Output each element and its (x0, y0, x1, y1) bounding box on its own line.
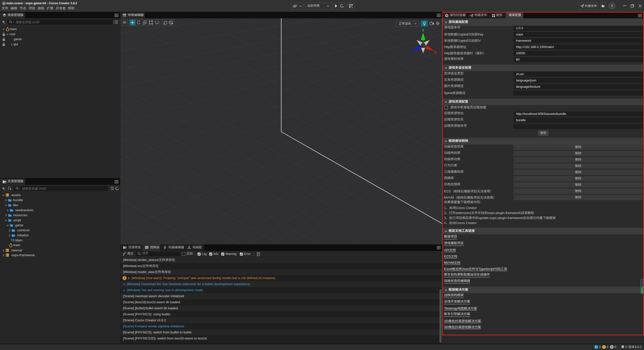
svg-text:X: X (434, 50, 437, 54)
svg-text:Y: Y (422, 28, 424, 32)
svg-text:?: ? (611, 4, 613, 8)
svg-text:Z: Z (410, 50, 413, 54)
svg-text:i: i (596, 346, 597, 348)
